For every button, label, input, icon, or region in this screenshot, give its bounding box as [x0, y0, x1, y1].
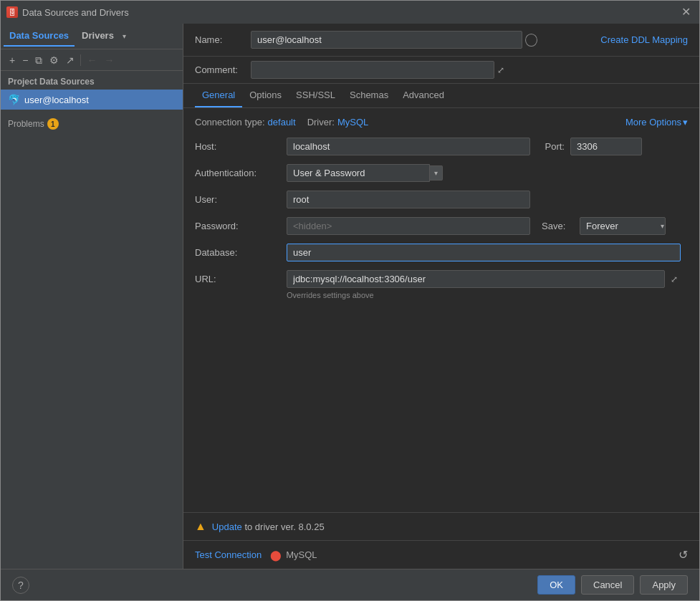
dialog-window: 🗄 Data Sources and Drivers ✕ Data Source…	[0, 0, 700, 601]
app-icon: 🗄	[6, 6, 18, 18]
forward-button[interactable]: →	[101, 54, 117, 67]
problems-section: Problems 1	[1, 115, 183, 133]
password-input[interactable]	[287, 217, 530, 235]
driver-status-icon: ⬤	[270, 549, 282, 561]
user-input[interactable]	[287, 191, 530, 208]
tab-drivers[interactable]: Drivers	[76, 26, 120, 47]
tab-general[interactable]: General	[195, 84, 242, 107]
cancel-button[interactable]: Cancel	[581, 575, 634, 595]
warning-text: Update to driver ver. 8.0.25	[212, 521, 325, 532]
name-label: Name:	[195, 34, 245, 45]
toolbar-separator	[80, 54, 81, 66]
database-label: Database:	[195, 247, 281, 258]
problems-text: Problems	[8, 119, 44, 129]
save-label: Save:	[542, 221, 574, 231]
settings-button[interactable]: ⚙	[47, 54, 62, 67]
remove-button[interactable]: −	[19, 54, 31, 67]
test-bar: Test Connection ⬤ MySQL ↺	[183, 540, 699, 569]
help-button[interactable]: ?	[12, 577, 29, 594]
project-data-sources-label: Project Data Sources	[1, 71, 183, 90]
refresh-button[interactable]: ↺	[679, 548, 688, 562]
database-input[interactable]	[287, 244, 681, 261]
title-bar: 🗄 Data Sources and Drivers ✕	[1, 1, 699, 24]
bottom-bar: ? OK Cancel Apply	[1, 569, 699, 600]
add-button[interactable]: +	[6, 54, 18, 67]
problems-label[interactable]: Problems 1	[8, 118, 176, 130]
driver-label: Driver:	[307, 117, 335, 128]
comment-input-wrap: ⤢	[251, 61, 537, 79]
tab-schemas[interactable]: Schemas	[342, 84, 395, 107]
user-row: User:	[195, 191, 688, 208]
host-row: Host: Port:	[195, 138, 688, 155]
auth-dropdown-arrow[interactable]: ▾	[430, 165, 443, 181]
save-select[interactable]: Forever Until restart Never	[580, 217, 666, 235]
user-label: User:	[195, 194, 281, 205]
title-bar-text: Data Sources and Drivers	[22, 7, 674, 18]
main-content: Data Sources Drivers ▾ + − ⧉ ⚙ ↗ ← → Pro…	[1, 24, 699, 569]
name-row: Name: Create DDL Mapping	[183, 24, 699, 57]
auth-select[interactable]: User & Password	[287, 164, 430, 182]
copy-button[interactable]: ⧉	[32, 54, 45, 67]
problems-badge: 1	[47, 118, 59, 130]
host-label: Host:	[195, 141, 281, 152]
url-hint: Overrides settings above	[287, 291, 688, 299]
form-area: Connection type: default Driver: MySQL M…	[183, 108, 699, 512]
password-row: Password: Save: Forever Until restart Ne…	[195, 217, 688, 235]
back-button[interactable]: ←	[84, 54, 100, 67]
url-expand-icon[interactable]: ⤢	[668, 271, 681, 287]
test-driver-info: ⬤ MySQL	[270, 549, 317, 561]
update-link[interactable]: Update	[212, 521, 242, 532]
export-button[interactable]: ↗	[63, 54, 77, 67]
name-input[interactable]	[251, 31, 522, 49]
connection-type-value[interactable]: default	[268, 117, 296, 128]
connection-type-row: Connection type: default Driver: MySQL M…	[195, 117, 688, 128]
name-circle-button[interactable]	[525, 34, 537, 47]
comment-row: Comment: ⤢	[183, 57, 699, 84]
port-label: Port:	[536, 141, 565, 152]
ok-button[interactable]: OK	[537, 575, 575, 595]
right-panel: Name: Create DDL Mapping Comment: ⤢ Gene…	[183, 24, 699, 569]
name-input-wrap	[251, 31, 537, 49]
database-row: Database:	[195, 244, 688, 261]
test-connection-link[interactable]: Test Connection	[195, 549, 262, 560]
create-ddl-link[interactable]: Create DDL Mapping	[600, 34, 688, 45]
comment-label: Comment:	[195, 64, 245, 75]
left-panel: Data Sources Drivers ▾ + − ⧉ ⚙ ↗ ← → Pro…	[1, 24, 183, 569]
tab-advanced[interactable]: Advanced	[395, 84, 451, 107]
password-label: Password:	[195, 221, 281, 231]
close-button[interactable]: ✕	[679, 6, 694, 18]
warning-icon: ▲	[195, 520, 206, 533]
left-tab-bar: Data Sources Drivers ▾	[1, 24, 183, 49]
save-select-wrap: Forever Until restart Never ▾	[580, 217, 666, 235]
connection-type-left: Connection type: default Driver: MySQL	[195, 117, 368, 128]
host-input[interactable]	[287, 138, 530, 155]
comment-input[interactable]	[251, 61, 494, 79]
left-toolbar: + − ⧉ ⚙ ↗ ← →	[1, 49, 183, 71]
auth-label: Authentication:	[195, 168, 281, 178]
right-tab-bar: General Options SSH/SSL Schemas Advanced	[183, 84, 699, 108]
url-row: URL: ⤢	[195, 270, 688, 288]
auth-select-wrap: User & Password ▾	[287, 164, 443, 182]
auth-row: Authentication: User & Password ▾	[195, 164, 688, 182]
warning-bar: ▲ Update to driver ver. 8.0.25	[183, 512, 699, 540]
more-options-link[interactable]: More Options ▾	[625, 117, 688, 128]
comment-expand-icon[interactable]: ⤢	[497, 65, 504, 75]
warning-suffix: to driver ver. 8.0.25	[244, 521, 324, 532]
url-input[interactable]	[287, 270, 665, 288]
mysql-icon: 🐬	[8, 94, 20, 105]
url-input-wrap: ⤢	[287, 270, 681, 288]
test-driver-name: MySQL	[286, 549, 317, 560]
connection-type-label: Connection type:	[195, 117, 265, 128]
port-input[interactable]	[570, 138, 642, 155]
datasource-name: user@localhost	[24, 95, 89, 105]
tab-options[interactable]: Options	[242, 84, 289, 107]
tab-data-sources[interactable]: Data Sources	[4, 26, 75, 47]
apply-button[interactable]: Apply	[640, 575, 688, 595]
tab-ssh-ssl[interactable]: SSH/SSL	[289, 84, 342, 107]
more-options-chevron: ▾	[683, 117, 688, 128]
driver-value[interactable]: MySQL	[337, 117, 368, 128]
tab-dropdown-icon[interactable]: ▾	[123, 32, 126, 40]
url-label: URL:	[195, 274, 281, 284]
datasource-item-user-localhost[interactable]: 🐬 user@localhost	[1, 90, 183, 110]
